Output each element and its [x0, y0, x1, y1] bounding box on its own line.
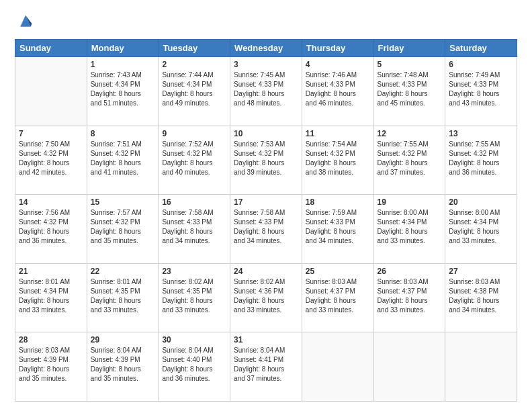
weekday-header-friday: Friday: [373, 40, 445, 57]
day-info: Sunrise: 7:58 AM Sunset: 4:33 PM Dayligh…: [162, 208, 226, 246]
day-info: Sunrise: 7:59 AM Sunset: 4:33 PM Dayligh…: [306, 208, 370, 246]
calendar-week-3: 14Sunrise: 7:56 AM Sunset: 4:32 PM Dayli…: [15, 195, 517, 264]
day-number: 3: [234, 60, 298, 69]
calendar-cell: [445, 332, 517, 402]
day-number: 2: [162, 60, 226, 69]
calendar-week-4: 21Sunrise: 8:01 AM Sunset: 4:34 PM Dayli…: [15, 263, 517, 332]
day-info: Sunrise: 7:55 AM Sunset: 4:32 PM Dayligh…: [378, 140, 442, 177]
day-info: Sunrise: 7:53 AM Sunset: 4:32 PM Dayligh…: [234, 140, 298, 177]
calendar-cell: 13Sunrise: 7:55 AM Sunset: 4:32 PM Dayli…: [445, 126, 517, 195]
weekday-header-row: SundayMondayTuesdayWednesdayThursdayFrid…: [15, 40, 517, 57]
day-number: 8: [91, 129, 155, 138]
day-info: Sunrise: 7:45 AM Sunset: 4:33 PM Dayligh…: [234, 71, 298, 108]
page: SundayMondayTuesdayWednesdayThursdayFrid…: [0, 0, 532, 411]
calendar-cell: 14Sunrise: 7:56 AM Sunset: 4:32 PM Dayli…: [15, 195, 87, 264]
calendar-cell: [373, 332, 445, 402]
calendar-cell: 28Sunrise: 8:03 AM Sunset: 4:39 PM Dayli…: [15, 332, 87, 402]
calendar-cell: 24Sunrise: 8:02 AM Sunset: 4:36 PM Dayli…: [230, 263, 302, 332]
day-info: Sunrise: 7:58 AM Sunset: 4:33 PM Dayligh…: [234, 208, 298, 246]
day-info: Sunrise: 8:01 AM Sunset: 4:35 PM Dayligh…: [91, 277, 155, 315]
day-info: Sunrise: 7:48 AM Sunset: 4:33 PM Dayligh…: [378, 71, 442, 108]
calendar-cell: 19Sunrise: 8:00 AM Sunset: 4:34 PM Dayli…: [373, 195, 445, 264]
day-info: Sunrise: 8:03 AM Sunset: 4:39 PM Dayligh…: [19, 346, 83, 383]
calendar-cell: 10Sunrise: 7:53 AM Sunset: 4:32 PM Dayli…: [230, 126, 302, 195]
day-number: 17: [234, 197, 298, 207]
calendar-cell: 16Sunrise: 7:58 AM Sunset: 4:33 PM Dayli…: [159, 195, 230, 264]
day-number: 19: [378, 197, 442, 207]
day-info: Sunrise: 8:04 AM Sunset: 4:41 PM Dayligh…: [234, 346, 298, 383]
calendar-cell: 7Sunrise: 7:50 AM Sunset: 4:32 PM Daylig…: [15, 126, 87, 195]
calendar-cell: 30Sunrise: 8:04 AM Sunset: 4:40 PM Dayli…: [159, 332, 230, 402]
day-info: Sunrise: 7:49 AM Sunset: 4:33 PM Dayligh…: [449, 71, 513, 108]
day-number: 12: [378, 129, 442, 138]
day-info: Sunrise: 7:44 AM Sunset: 4:34 PM Dayligh…: [162, 71, 226, 108]
day-info: Sunrise: 8:00 AM Sunset: 4:34 PM Dayligh…: [449, 208, 513, 246]
day-info: Sunrise: 8:02 AM Sunset: 4:36 PM Dayligh…: [234, 277, 298, 315]
day-info: Sunrise: 7:46 AM Sunset: 4:33 PM Dayligh…: [306, 71, 370, 108]
day-info: Sunrise: 7:55 AM Sunset: 4:32 PM Dayligh…: [449, 140, 513, 177]
calendar-cell: 29Sunrise: 8:04 AM Sunset: 4:39 PM Dayli…: [87, 332, 159, 402]
logo-icon: [16, 12, 35, 31]
day-number: 11: [306, 129, 370, 138]
day-number: 23: [162, 267, 226, 276]
day-info: Sunrise: 8:03 AM Sunset: 4:37 PM Dayligh…: [306, 277, 370, 315]
day-info: Sunrise: 7:51 AM Sunset: 4:32 PM Dayligh…: [91, 140, 155, 177]
day-number: 26: [378, 267, 442, 276]
day-number: 7: [19, 129, 83, 138]
weekday-header-tuesday: Tuesday: [159, 40, 230, 57]
calendar-cell: 20Sunrise: 8:00 AM Sunset: 4:34 PM Dayli…: [445, 195, 517, 264]
calendar-cell: 9Sunrise: 7:52 AM Sunset: 4:32 PM Daylig…: [159, 126, 230, 195]
day-number: 27: [449, 267, 513, 276]
day-info: Sunrise: 7:52 AM Sunset: 4:32 PM Dayligh…: [162, 140, 226, 177]
day-number: 16: [162, 197, 226, 207]
calendar-cell: 4Sunrise: 7:46 AM Sunset: 4:33 PM Daylig…: [302, 57, 373, 126]
day-info: Sunrise: 7:54 AM Sunset: 4:32 PM Dayligh…: [306, 140, 370, 177]
day-number: 18: [306, 197, 370, 207]
calendar-cell: 23Sunrise: 8:02 AM Sunset: 4:35 PM Dayli…: [159, 263, 230, 332]
day-number: 24: [234, 267, 298, 276]
day-number: 15: [91, 197, 155, 207]
calendar-table: SundayMondayTuesdayWednesdayThursdayFrid…: [15, 39, 517, 402]
calendar-cell: 15Sunrise: 7:57 AM Sunset: 4:32 PM Dayli…: [87, 195, 159, 264]
calendar-cell: 2Sunrise: 7:44 AM Sunset: 4:34 PM Daylig…: [159, 57, 230, 126]
day-number: 25: [306, 267, 370, 276]
day-info: Sunrise: 7:43 AM Sunset: 4:34 PM Dayligh…: [91, 71, 155, 108]
calendar-week-2: 7Sunrise: 7:50 AM Sunset: 4:32 PM Daylig…: [15, 126, 517, 195]
calendar-cell: [302, 332, 373, 402]
weekday-header-sunday: Sunday: [15, 40, 87, 57]
day-number: 30: [162, 335, 226, 345]
day-info: Sunrise: 8:00 AM Sunset: 4:34 PM Dayligh…: [378, 208, 442, 246]
day-info: Sunrise: 8:03 AM Sunset: 4:38 PM Dayligh…: [449, 277, 513, 315]
calendar-cell: 8Sunrise: 7:51 AM Sunset: 4:32 PM Daylig…: [87, 126, 159, 195]
calendar-cell: [15, 57, 87, 126]
day-number: 10: [234, 129, 298, 138]
day-number: 29: [91, 335, 155, 345]
logo: [15, 12, 35, 34]
day-info: Sunrise: 8:03 AM Sunset: 4:37 PM Dayligh…: [378, 277, 442, 315]
weekday-header-saturday: Saturday: [445, 40, 517, 57]
calendar-week-1: 1Sunrise: 7:43 AM Sunset: 4:34 PM Daylig…: [15, 57, 517, 126]
calendar-cell: 22Sunrise: 8:01 AM Sunset: 4:35 PM Dayli…: [87, 263, 159, 332]
day-info: Sunrise: 7:57 AM Sunset: 4:32 PM Dayligh…: [91, 208, 155, 246]
calendar-cell: 6Sunrise: 7:49 AM Sunset: 4:33 PM Daylig…: [445, 57, 517, 126]
calendar-cell: 11Sunrise: 7:54 AM Sunset: 4:32 PM Dayli…: [302, 126, 373, 195]
day-number: 14: [19, 197, 83, 207]
header: [15, 12, 517, 34]
day-number: 1: [91, 60, 155, 69]
calendar-cell: 31Sunrise: 8:04 AM Sunset: 4:41 PM Dayli…: [230, 332, 302, 402]
calendar-cell: 3Sunrise: 7:45 AM Sunset: 4:33 PM Daylig…: [230, 57, 302, 126]
day-number: 28: [19, 335, 83, 345]
day-info: Sunrise: 7:50 AM Sunset: 4:32 PM Dayligh…: [19, 140, 83, 177]
day-number: 31: [234, 335, 298, 345]
day-number: 5: [378, 60, 442, 69]
calendar-cell: 18Sunrise: 7:59 AM Sunset: 4:33 PM Dayli…: [302, 195, 373, 264]
day-number: 21: [19, 267, 83, 276]
calendar-cell: 26Sunrise: 8:03 AM Sunset: 4:37 PM Dayli…: [373, 263, 445, 332]
weekday-header-wednesday: Wednesday: [230, 40, 302, 57]
day-number: 20: [449, 197, 513, 207]
day-number: 9: [162, 129, 226, 138]
day-number: 22: [91, 267, 155, 276]
day-number: 6: [449, 60, 513, 69]
day-info: Sunrise: 7:56 AM Sunset: 4:32 PM Dayligh…: [19, 208, 83, 246]
weekday-header-monday: Monday: [87, 40, 159, 57]
